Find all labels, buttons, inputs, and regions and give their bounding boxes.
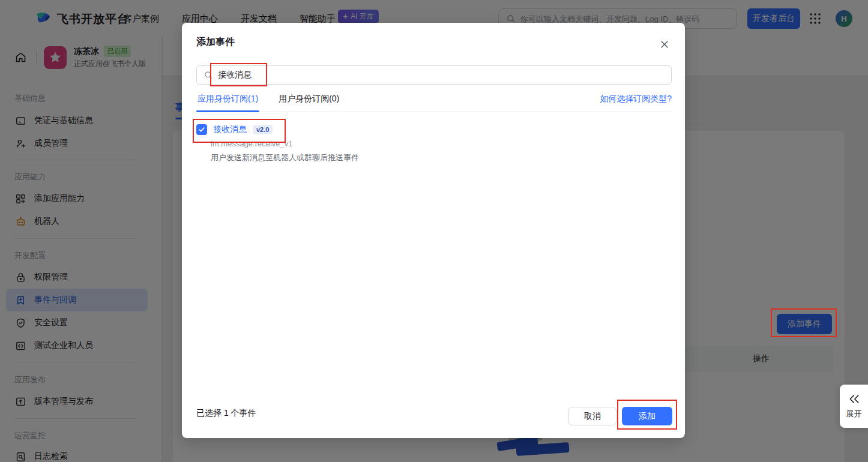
collapse-double-arrow-icon — [848, 393, 860, 405]
event-row-receive-message[interactable]: 接收消息 v2.0 — [196, 124, 273, 135]
confirm-add-button[interactable]: 添加 — [622, 407, 672, 425]
check-icon — [198, 126, 205, 133]
event-search-input[interactable] — [218, 70, 665, 80]
subscription-type-help-link[interactable]: 如何选择订阅类型? — [600, 90, 672, 104]
event-search-box[interactable] — [196, 65, 672, 85]
close-icon — [659, 39, 670, 50]
event-code: im.message.receive_v1 — [211, 139, 293, 148]
app-window: 飞书开放平台 客户案例 应用中心 开发文档 智能助手 AI 开发 开发者后台 H — [0, 0, 868, 462]
expand-panel-button[interactable]: 展开 — [840, 385, 868, 428]
modal-title: 添加事件 — [196, 36, 235, 49]
close-button[interactable] — [657, 37, 672, 52]
add-event-modal: 添加事件 应用身份订阅(1) 用户身份订阅(0) 如何选择订阅类型? 接收消息 … — [182, 23, 685, 438]
search-icon — [203, 70, 213, 80]
event-name: 接收消息 — [213, 124, 247, 135]
event-checkbox[interactable] — [196, 124, 207, 135]
event-version-badge: v2.0 — [253, 125, 273, 134]
tab-user-identity-subscription[interactable]: 用户身份订阅(0) — [277, 90, 340, 112]
expand-label: 展开 — [846, 409, 862, 419]
event-description: 用户发送新消息至机器人或群聊后推送事件 — [211, 152, 359, 163]
subscription-tabbar: 应用身份订阅(1) 用户身份订阅(0) 如何选择订阅类型? — [196, 90, 672, 112]
tab-app-identity-subscription[interactable]: 应用身份订阅(1) — [196, 90, 259, 112]
cancel-button[interactable]: 取消 — [568, 407, 616, 425]
selected-count-text: 已选择 1 个事件 — [196, 408, 256, 419]
